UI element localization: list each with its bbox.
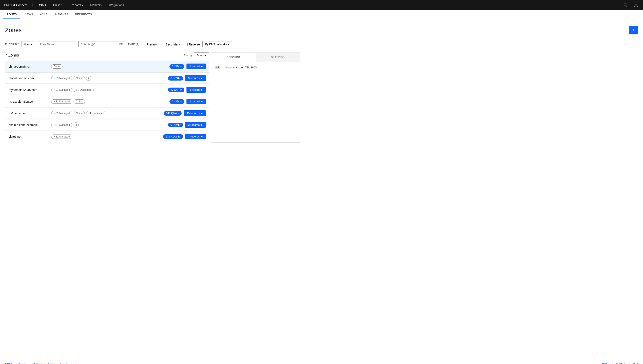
nav-item-reports[interactable]: Reports ▾ (67, 0, 87, 10)
chevron-down-icon: ▾ (45, 3, 46, 6)
brand-logo: IBM NS1 Connect (4, 4, 33, 7)
zone-stats: 0 Q/24hr 1 record ▶ (170, 64, 206, 69)
secondary-checkbox[interactable]: Secondary (161, 43, 180, 46)
zone-tags: China (51, 64, 170, 69)
primary-checkbox[interactable]: Primary (142, 43, 157, 46)
panel-tabs: RECORDS SETTINGS (211, 53, 300, 62)
qhr-badge: 949 Q/24hr (164, 111, 182, 116)
records-button[interactable]: 3 records ▶ (185, 134, 206, 140)
tab-redirects[interactable]: REDIRECTS (72, 10, 96, 19)
ns1-link[interactable]: NS1.com (602, 362, 613, 364)
arrow-icon: ▶ (201, 100, 203, 103)
zone-row[interactable]: mydomain12345.com NS1 Managed SE Dedicat… (5, 84, 209, 96)
nav-items: DNS ▾ Pulsar ▾ Reports ▾ Monitors Integr… (34, 0, 622, 10)
tag-input[interactable] (81, 42, 118, 47)
type-checkboxes: Primary Secondary Reverse (142, 43, 200, 46)
zone-row[interactable]: visto1.net NS1 Managed 276 k Q/24hr 3 re… (5, 131, 209, 142)
sort-row: Sort by Smart ▾ (184, 52, 209, 58)
page-header: Zones + (5, 26, 638, 34)
nav-item-pulsar[interactable]: Pulsar ▾ (50, 0, 68, 10)
zone-tags: NS1 Managed (51, 134, 163, 139)
main-content: Zones + FILTER BY View ▾ OR TYPE ? Prima… (0, 19, 643, 360)
arrow-icon: ▶ (201, 88, 203, 91)
zone-tag: China (51, 64, 63, 69)
zone-tag: SE Dedicated (74, 88, 94, 92)
zone-row[interactable]: ns1demo.com NS1 Managed China SE Dedicat… (5, 108, 209, 119)
zone-row[interactable]: ansible-zone.example NS1 Managed ⛨ 0 Q/2… (5, 119, 209, 130)
nav-right (622, 2, 639, 9)
records-button[interactable]: 45 records ▶ (184, 110, 206, 116)
zone-tag: China (74, 100, 85, 104)
zone-tags: NS1 Managed ⛨ (51, 122, 168, 128)
zone-stats: 949 Q/24hr 45 records ▶ (164, 110, 206, 116)
user-button[interactable] (632, 2, 639, 9)
filter-bar: FILTER BY View ▾ OR TYPE ? Primary Secon… (5, 41, 638, 48)
zone-tag: NS1 Managed (51, 88, 72, 92)
filter-by-label: FILTER BY (5, 43, 19, 46)
shield-icon: ⛨ (86, 76, 91, 81)
zone-name: ns1demo.com (9, 112, 51, 115)
records-button[interactable]: 1 record ▶ (187, 98, 206, 104)
qhr-badge: 276 k Q/24hr (163, 134, 183, 139)
type-help-icon[interactable]: ? (136, 43, 139, 46)
nav-item-integrations[interactable]: Integrations (105, 0, 127, 10)
zone-tag: China (74, 76, 85, 80)
or-label: OR (119, 43, 123, 46)
records-button[interactable]: 1 record ▶ (187, 64, 206, 69)
tab-acls[interactable]: ACLS (37, 10, 51, 19)
shield-icon: ⛨ (74, 122, 79, 128)
zone-stats: 276 k Q/24hr 3 records ▶ (163, 134, 206, 140)
zones-count: 7 Zones (5, 53, 19, 58)
footer-copyright: NS1.com • © IBM Corp. 2024 (602, 362, 638, 364)
record-row: NS china-domain.cn TTL 3600 (215, 66, 297, 69)
tab-records[interactable]: RECORDS (211, 53, 256, 62)
reverse-checkbox[interactable]: Reverse (184, 43, 200, 46)
view-filter-button[interactable]: View ▾ (21, 41, 35, 48)
qhr-badge: 87 Q/24hr (168, 88, 184, 92)
arrow-icon: ▶ (201, 124, 203, 126)
arrow-icon: ▶ (201, 65, 203, 68)
dns-networks-button[interactable]: By DNS networks ▾ (202, 41, 232, 48)
zone-name-input[interactable] (38, 41, 76, 48)
nav-item-dns[interactable]: DNS ▾ (34, 0, 50, 10)
zone-row[interactable]: ns-acceleration.com NS1 Managed China 0 … (5, 96, 209, 107)
top-navigation: IBM NS1 Connect DNS ▾ Pulsar ▾ Reports ▾… (0, 0, 643, 10)
zone-tags: NS1 Managed SE Dedicated (51, 88, 168, 92)
nav-item-monitors[interactable]: Monitors (87, 0, 105, 10)
zone-name: mydomain12345.com (9, 88, 51, 92)
tab-views[interactable]: VIEWS (20, 10, 36, 19)
zone-name: ansible-zone.example (9, 123, 51, 127)
api-docs-link[interactable]: API Documentation (31, 362, 55, 364)
arrow-icon: ▶ (201, 135, 203, 138)
search-icon (623, 3, 627, 7)
tab-settings[interactable]: SETTINGS (256, 53, 300, 62)
footer-links: NS1 Help Center API Documentation Email … (5, 362, 77, 364)
qhr-badge: 0 Q/24hr (170, 99, 185, 104)
records-button[interactable]: 3 records ▶ (185, 122, 206, 128)
zone-row[interactable]: china-domain.cn China 0 Q/24hr 1 record … (5, 61, 209, 72)
zone-name: visto1.net (9, 135, 51, 138)
record-zone: china-domain.cn (222, 66, 243, 69)
panel-content: NS china-domain.cn TTL 3600 (211, 62, 300, 72)
zone-tag: China (74, 111, 85, 116)
add-zone-button[interactable]: + (629, 26, 638, 34)
zone-row[interactable]: global-domain.com NS1 Managed China ⛨ 0 … (5, 72, 209, 84)
help-center-link[interactable]: NS1 Help Center (5, 362, 26, 364)
tab-zones[interactable]: ZONES (4, 10, 20, 19)
zone-name: china-domain.cn (9, 65, 51, 68)
sort-button[interactable]: Smart ▾ (194, 52, 209, 58)
sort-label: Sort by (184, 54, 192, 57)
chevron-down-icon: ▾ (62, 4, 64, 7)
records-button[interactable]: 3 records ▶ (185, 75, 206, 81)
zone-tags: NS1 Managed China (51, 100, 170, 104)
records-button[interactable]: 1 record ▶ (187, 87, 206, 93)
search-button[interactable] (622, 2, 629, 9)
email-support-link[interactable]: Email Support (60, 362, 77, 364)
zone-tag: SE Dedicated (86, 111, 106, 116)
record-ttl: TTL 3600 (245, 66, 257, 69)
zones-area: 7 Zones Sort by Smart ▾ china-domain.cn … (5, 52, 638, 142)
sub-navigation: ZONES VIEWS ACLS INSIGHTS REDIRECTS (0, 10, 643, 19)
qhr-badge: 0 Q/24hr (168, 76, 183, 80)
right-panel: RECORDS SETTINGS NS china-domain.cn TTL … (211, 52, 300, 142)
tab-insights[interactable]: INSIGHTS (51, 10, 72, 19)
